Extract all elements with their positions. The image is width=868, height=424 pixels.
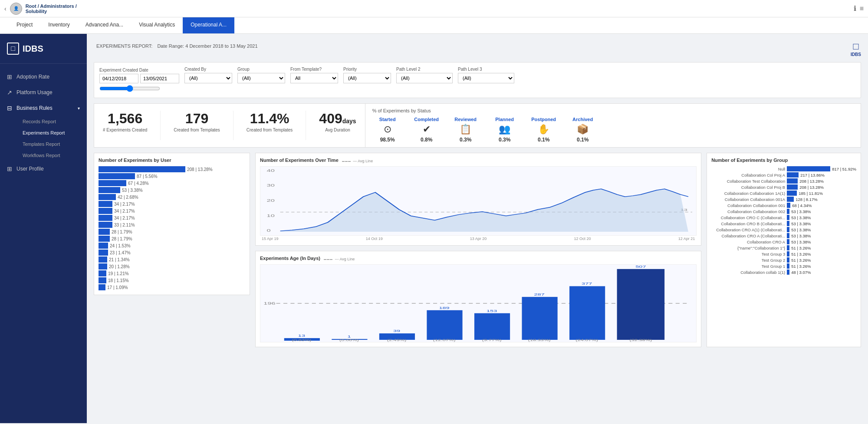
- list-item: 21 | 1.34%: [99, 256, 245, 263]
- filter-created-by-select[interactable]: (All): [184, 73, 232, 83]
- group-val: 51 | 3.26%: [791, 246, 811, 250]
- group-name: Collaboration Col Proj A: [711, 173, 785, 177]
- status-items: Started ⊙ 98.5% Completed ✔ 0.8% Reviewe…: [372, 117, 854, 143]
- group-bar-fill: [787, 251, 789, 256]
- group-name: Collaboration CRO A (Collaborati...: [711, 233, 785, 238]
- line-chart-area: 40 30 20 10 0 13: [260, 166, 697, 236]
- filter-path2-label: Path Level 2: [396, 67, 453, 72]
- svg-text:287: 287: [534, 293, 544, 296]
- list-item: Collaboration Collaboration 001A128 | 8.…: [711, 197, 856, 202]
- info-icon[interactable]: ℹ: [854, 4, 856, 13]
- avg-line-dashed: [342, 161, 351, 162]
- sidebar-item-adoption-rate[interactable]: ⊞ Adoption Rate: [0, 69, 87, 85]
- report-header: EXPERIMENTS REPORT: Date Range: 4 Decemb…: [94, 41, 861, 57]
- date-range-slider[interactable]: [99, 85, 160, 92]
- report-date-range: Date Range: 4 December 2018 to 13 May 20…: [157, 43, 257, 49]
- status-reviewed-label: Reviewed: [450, 117, 481, 122]
- filter-path3-select[interactable]: (All): [458, 73, 514, 83]
- filter-path2-select[interactable]: (All): [396, 73, 453, 83]
- stat-avg-label: Avg Duration: [319, 128, 356, 132]
- group-bar-fill: [787, 263, 789, 269]
- filter-priority-select[interactable]: (All): [343, 73, 391, 83]
- filter-group: Group (All): [237, 67, 285, 83]
- tab-advanced-ana[interactable]: Advanced Ana...: [78, 17, 131, 33]
- group-bar-fill: [787, 245, 789, 250]
- chart-age-box: Experiments Age (In Days) --- Avg Line 1…: [255, 251, 701, 347]
- group-val: 53 | 3.38%: [791, 209, 811, 214]
- sidebar-item-user-profile[interactable]: ⊞ User Profile: [0, 161, 87, 177]
- filter-path2: Path Level 2 (All): [396, 67, 453, 83]
- group-name: Collaboration CRO A(1) (Collaborati...: [711, 227, 785, 232]
- group-name: Collaboration Collaboration 002: [711, 209, 785, 214]
- group-bar-fill: [787, 227, 789, 232]
- group-name: Collaboration collab 1(1): [711, 270, 785, 275]
- group-bar-fill: [787, 221, 789, 226]
- status-archived-pct: 0.1%: [568, 137, 598, 143]
- list-item: Collaboration CRO A(1) (Collaborati...53…: [711, 227, 856, 232]
- filter-template-select[interactable]: All: [290, 73, 338, 83]
- svg-text:20: 20: [267, 198, 275, 203]
- group-bar-fill: [787, 209, 789, 214]
- filter-date-from[interactable]: [99, 74, 138, 83]
- group-bar-fill: [787, 233, 789, 238]
- reviewed-icon: 📋: [450, 124, 481, 135]
- group-val: 817 | 51.92%: [832, 167, 856, 171]
- list-item: Collaboration Collaboration 1A(1)185 | 1…: [711, 191, 856, 196]
- list-item: 28 | 1.79%: [99, 236, 245, 242]
- bar-label: 208 | 13.28%: [187, 167, 213, 172]
- sidebar-nav: ⊞ Adoption Rate ↗ Platform Usage ⊟ Busin…: [0, 64, 87, 423]
- list-item: 18 | 1.15%: [99, 277, 245, 283]
- tab-operational[interactable]: Operational A...: [183, 17, 234, 33]
- logo-text: IDBS: [23, 44, 43, 54]
- app-name: Solubility: [26, 9, 850, 14]
- list-item: 17 | 1.09%: [99, 284, 245, 290]
- list-item: Test Group 351 | 3.26%: [711, 251, 856, 256]
- bar-label: 23 | 1.47%: [110, 250, 131, 255]
- group-bar-fill: [787, 270, 789, 275]
- menu-icon[interactable]: ≡: [860, 5, 864, 13]
- avg-line-dashed-age: [324, 259, 332, 260]
- stat-divider-3: [306, 111, 306, 140]
- tab-project[interactable]: Project: [9, 17, 40, 33]
- sidebar-item-business-rules[interactable]: ⊟ Business Rules ▾: [0, 100, 87, 116]
- top-bar-icons: ℹ ≡: [854, 4, 864, 13]
- bar-fill: [99, 166, 185, 172]
- sidebar-item-records-report[interactable]: Records Report: [16, 116, 87, 127]
- bar-label: 33 | 2.11%: [114, 223, 135, 227]
- group-val: 48 | 3.07%: [791, 270, 811, 275]
- group-bar-fill: [787, 191, 797, 196]
- chart-time-box: Number of Experiments Over Time — Avg Li…: [255, 153, 701, 246]
- list-item: Collaboration Collaboration 00253 | 3.38…: [711, 209, 856, 214]
- sidebar-item-platform-usage[interactable]: ↗ Platform Usage: [0, 85, 87, 100]
- sidebar-item-experiments-report[interactable]: Experiments Report: [16, 127, 87, 138]
- stat-divider-1: [160, 111, 161, 140]
- breadcrumb-path: Root / Administrators /: [26, 3, 850, 9]
- group-val: 51 | 3.26%: [791, 264, 811, 269]
- group-name: Null: [711, 167, 785, 171]
- filter-date-to[interactable]: [140, 74, 179, 83]
- planned-icon: 👥: [490, 124, 520, 135]
- filter-group-select[interactable]: (All): [237, 73, 285, 83]
- chevron-left-icon[interactable]: ‹: [4, 5, 7, 12]
- bar-fill: [99, 250, 108, 256]
- bar-label: 28 | 1.79%: [112, 237, 132, 241]
- svg-text:(24.07%): (24.07%): [575, 339, 598, 342]
- bar-label: 18 | 1.15%: [108, 278, 129, 283]
- idbs-logo: □ IDBS: [851, 41, 861, 57]
- bar-label: 34 | 2.17%: [114, 202, 135, 207]
- status-planned: Planned 👥 0.3%: [490, 117, 520, 143]
- sidebar-item-templates-report[interactable]: Templates Report: [16, 138, 87, 150]
- tab-visual-analytics[interactable]: Visual Analytics: [131, 17, 183, 33]
- tab-inventory[interactable]: Inventory: [40, 17, 77, 33]
- bar-label: 21 | 1.34%: [109, 257, 130, 262]
- sidebar-item-workflows-report[interactable]: Workflows Report: [16, 150, 87, 161]
- group-bar-fill: [787, 203, 790, 208]
- status-started: Started ⊙ 98.5%: [372, 117, 403, 143]
- status-archived-label: Archived: [568, 117, 598, 122]
- nav-tabs: Project Inventory Advanced Ana... Visual…: [0, 17, 868, 34]
- bar-fill: [99, 208, 112, 214]
- group-name: Collaboration Collaboration 001A: [711, 197, 785, 202]
- group-name: Test Group 3: [711, 252, 785, 256]
- svg-text:377: 377: [582, 282, 592, 286]
- group-val: 51 | 3.26%: [791, 252, 811, 256]
